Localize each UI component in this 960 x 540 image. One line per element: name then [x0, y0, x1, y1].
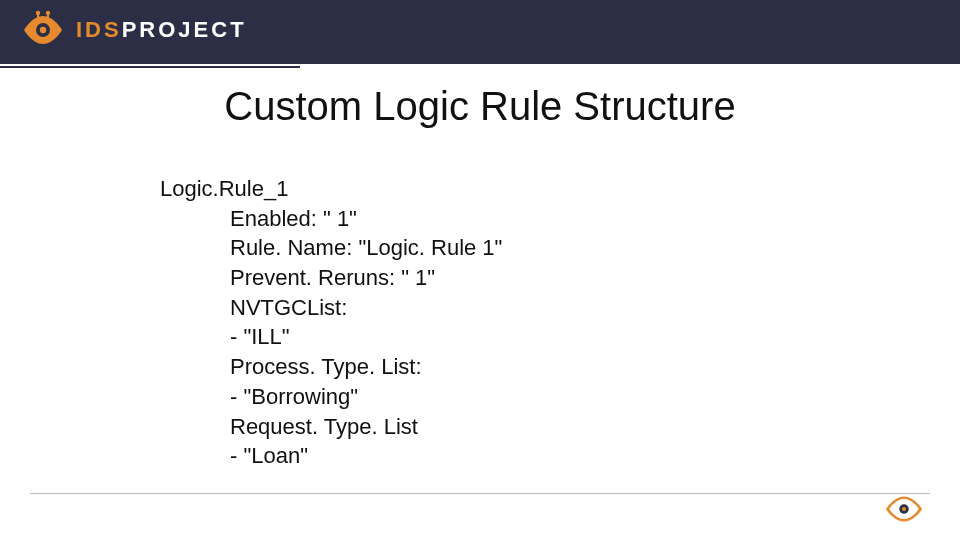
- slide-title: Custom Logic Rule Structure: [0, 84, 960, 129]
- brand-text-ids: IDS: [76, 17, 122, 42]
- rule-line: Prevent. Reruns: " 1": [230, 263, 502, 293]
- brand-logo: IDSPROJECT: [20, 10, 247, 50]
- svg-rect-5: [47, 13, 49, 19]
- rule-line: NVTGCList:: [230, 293, 502, 323]
- rule-line: Enabled: " 1": [230, 204, 502, 234]
- rule-line: - "Loan": [230, 441, 502, 471]
- brand-eye-icon: [20, 10, 66, 50]
- rule-line: - "ILL": [230, 322, 502, 352]
- brand-text-project: PROJECT: [122, 17, 247, 42]
- rule-line: - "Borrowing": [230, 382, 502, 412]
- rule-header: Logic.Rule_1: [160, 174, 502, 204]
- rule-line: Rule. Name: "Logic. Rule 1": [230, 233, 502, 263]
- svg-rect-4: [37, 13, 39, 19]
- brand-wordmark: IDSPROJECT: [76, 17, 247, 43]
- footer-divider: [30, 493, 930, 494]
- svg-point-7: [902, 507, 906, 511]
- header-underline: [0, 66, 300, 68]
- rule-line: Request. Type. List: [230, 412, 502, 442]
- svg-point-1: [40, 27, 46, 33]
- rule-line: Process. Type. List:: [230, 352, 502, 382]
- footer-eye-icon: [884, 496, 924, 526]
- slide-body: Logic.Rule_1 Enabled: " 1" Rule. Name: "…: [160, 174, 502, 471]
